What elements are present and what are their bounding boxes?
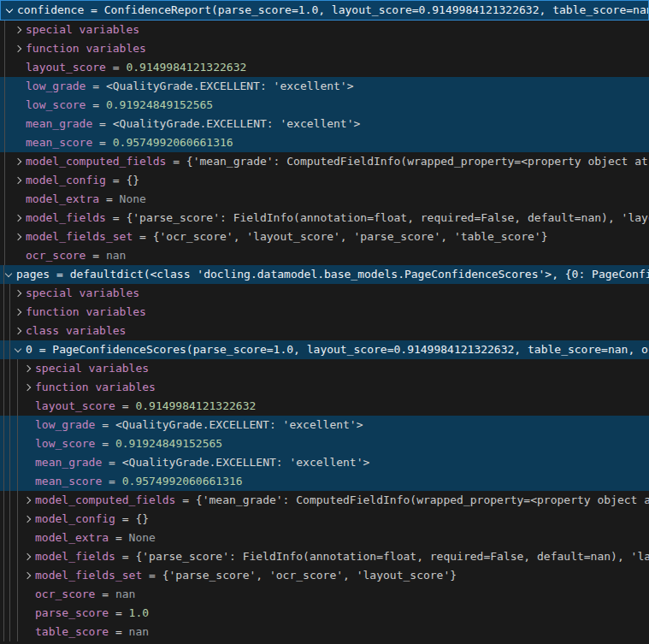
- variable-value: {}: [135, 512, 149, 525]
- variable-name: mean_grade: [35, 456, 102, 469]
- variable-row[interactable]: low_grade = <QualityGrade.EXCELLENT: 'ex…: [0, 416, 649, 434]
- variable-name: model_extra: [35, 531, 109, 544]
- variable-row[interactable]: model_fields_set = {'ocr_score', 'layout…: [0, 227, 649, 246]
- variable-name: ocr_score: [35, 588, 95, 600]
- variable-row[interactable]: model_fields_set = {'parse_score', 'ocr_…: [0, 566, 649, 585]
- indent-guide: [4, 96, 5, 115]
- variable-row[interactable]: function variables: [0, 378, 649, 397]
- variable-value: <QualityGrade.EXCELLENT: 'excellent'>: [106, 80, 354, 92]
- chevron-right-icon[interactable]: [24, 365, 31, 372]
- variable-row[interactable]: low_score = 0.91924849152565: [0, 434, 649, 453]
- variable-row[interactable]: model_computed_fields = {'mean_grade': C…: [0, 491, 649, 510]
- chevron-right-icon[interactable]: [24, 572, 31, 579]
- variable-name: model_fields_set: [26, 230, 133, 243]
- variable-name: parse_score: [35, 606, 109, 619]
- variable-row[interactable]: model_extra = None: [0, 529, 649, 547]
- chevron-right-icon[interactable]: [15, 309, 21, 316]
- variable-name: low_score: [35, 437, 95, 450]
- variable-row[interactable]: parse_score = 1.0: [0, 604, 649, 623]
- chevron-right-icon[interactable]: [15, 328, 21, 334]
- variable-row[interactable]: special variables: [0, 21, 649, 39]
- indent-guide: [4, 227, 5, 246]
- variable-row[interactable]: function variables: [0, 39, 649, 58]
- indent-guide: [3, 585, 4, 604]
- variable-row[interactable]: special variables: [0, 359, 649, 378]
- indent-guide: [3, 416, 4, 434]
- variable-value: {'ocr_score', 'layout_score', 'parse_sco…: [153, 230, 548, 243]
- variable-row[interactable]: mean_score = 0.9574992060661316: [0, 472, 649, 491]
- indent-guide: [17, 566, 18, 585]
- variable-row[interactable]: mean_grade = <QualityGrade.EXCELLENT: 'e…: [0, 453, 649, 472]
- debug-variables-panel: confidence = ConfidenceReport(parse_scor…: [0, 0, 649, 644]
- indent-guide: [17, 434, 18, 453]
- variable-value: {'parse_score', 'ocr_score', 'layout_sco…: [162, 569, 457, 582]
- variable-name: layout_score: [26, 61, 106, 74]
- variable-name: class variables: [26, 324, 126, 337]
- variable-value: <QualityGrade.EXCELLENT: 'excellent'>: [122, 456, 370, 469]
- chevron-down-icon[interactable]: [15, 346, 21, 352]
- chevron-right-icon[interactable]: [24, 384, 31, 391]
- equals-sign: =: [95, 588, 115, 600]
- variable-row[interactable]: model_fields = {'parse_score': FieldInfo…: [0, 209, 649, 227]
- chevron-right-icon[interactable]: [15, 233, 21, 240]
- variable-row[interactable]: ocr_score = nan: [0, 585, 649, 604]
- chevron-right-icon[interactable]: [15, 215, 21, 222]
- variable-name: table_score: [35, 625, 109, 638]
- indent-guide: [9, 378, 10, 397]
- variable-row[interactable]: layout_score = 0.9149984121322632: [0, 58, 649, 77]
- equals-sign: =: [92, 117, 112, 130]
- chevron-right-icon[interactable]: [15, 27, 21, 33]
- indent-guide: [4, 171, 5, 190]
- chevron-right-icon[interactable]: [24, 497, 31, 504]
- indent-guide: [9, 453, 10, 472]
- variable-row[interactable]: table_score = nan: [0, 623, 649, 641]
- variable-row[interactable]: model_extra = None: [0, 190, 649, 209]
- chevron-down-icon[interactable]: [6, 6, 13, 13]
- indent-guide: [9, 359, 10, 378]
- indent-guide: [17, 378, 18, 397]
- chevron-right-icon[interactable]: [24, 516, 31, 523]
- variable-value: 0.9574992060661316: [113, 136, 233, 149]
- indent-guide: [3, 359, 4, 378]
- variable-row[interactable]: low_score = 0.91924849152565: [0, 96, 649, 115]
- indent-guide: [3, 623, 4, 641]
- variable-row[interactable]: class variables: [0, 322, 649, 340]
- chevron-down-icon[interactable]: [5, 270, 12, 277]
- indent-guide: [4, 190, 5, 209]
- indent-guide: [4, 133, 5, 152]
- variable-name: mean_score: [26, 136, 92, 149]
- variable-value: None: [120, 192, 146, 205]
- variable-row[interactable]: model_fields = {'parse_score': FieldInfo…: [0, 547, 649, 566]
- variable-row[interactable]: mean_score = 0.9574992060661316: [0, 133, 649, 152]
- variables-tree: confidence = ConfidenceReport(parse_scor…: [0, 0, 649, 641]
- variable-row[interactable]: low_grade = <QualityGrade.EXCELLENT: 'ex…: [0, 77, 649, 96]
- variable-row[interactable]: layout_score = 0.9149984121322632: [0, 397, 649, 416]
- variable-row[interactable]: model_config = {}: [0, 510, 649, 529]
- indent-guide: [3, 284, 4, 303]
- variable-value: 0.9149984121322632: [135, 399, 256, 412]
- variable-row[interactable]: pages = defaultdict(<class 'docling.data…: [0, 265, 649, 284]
- equals-sign: =: [109, 606, 128, 619]
- variable-row[interactable]: model_config = {}: [0, 171, 649, 190]
- variable-row[interactable]: confidence = ConfidenceReport(parse_scor…: [0, 0, 649, 21]
- chevron-right-icon[interactable]: [15, 158, 21, 165]
- indent-guide: [3, 472, 4, 491]
- variable-row[interactable]: function variables: [0, 303, 649, 322]
- equals-sign: =: [102, 456, 121, 469]
- equals-sign: =: [166, 155, 186, 168]
- variable-value: {'mean_grade': ComputedFieldInfo(wrapped…: [196, 493, 649, 506]
- variable-row[interactable]: 0 = PageConfidenceScores(parse_score=1.0…: [0, 340, 649, 359]
- variable-row[interactable]: model_computed_fields = {'mean_grade': C…: [0, 152, 649, 171]
- variable-name: special variables: [26, 287, 139, 299]
- chevron-right-icon[interactable]: [15, 177, 21, 184]
- variable-value: nan: [115, 588, 135, 600]
- chevron-right-icon[interactable]: [15, 290, 21, 297]
- variable-row[interactable]: mean_grade = <QualityGrade.EXCELLENT: 'e…: [0, 115, 649, 133]
- variable-name: pages: [16, 268, 50, 281]
- chevron-right-icon[interactable]: [15, 45, 21, 52]
- variable-name: confidence: [17, 3, 84, 16]
- indent-guide: [4, 152, 5, 171]
- chevron-right-icon[interactable]: [24, 553, 31, 560]
- variable-row[interactable]: special variables: [0, 284, 649, 303]
- variable-row[interactable]: ocr_score = nan: [0, 246, 649, 265]
